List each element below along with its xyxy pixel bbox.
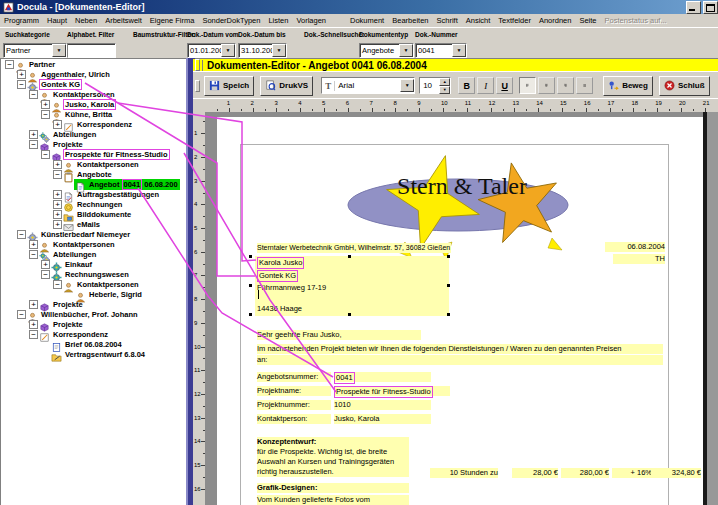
maximize-button[interactable] [703, 1, 718, 14]
alpha-filter-input[interactable] [68, 45, 115, 57]
item1-qty[interactable]: 10 Stunden zu [430, 468, 498, 478]
field-value-projektname[interactable]: Prospekte für Fitness-Studio [334, 386, 450, 396]
doctype-select[interactable]: Angebote ▼ [359, 43, 414, 58]
align-left-button[interactable] [519, 77, 536, 94]
collapse-icon[interactable]: − [29, 90, 38, 99]
expand-icon[interactable]: + [41, 100, 50, 109]
salutation[interactable]: Sehr geehrte Frau Jusko, [257, 330, 421, 340]
font-size-stepper[interactable]: 10 ▲▼ [419, 77, 451, 94]
date-from-select[interactable]: 01.01.2000 ▼ [187, 43, 236, 58]
bullet-list-button[interactable] [576, 77, 593, 94]
field-value-projektnummer[interactable]: 1010 [334, 400, 431, 410]
body-par-line2[interactable]: an: [257, 355, 663, 365]
field-label-kontaktperson[interactable]: Kontaktperson: [257, 414, 331, 424]
expand-icon[interactable]: + [53, 210, 62, 219]
item1-desc-line2[interactable]: Auswahl an Kursen und Trainingsgeräten [257, 457, 409, 467]
field-label-projektnummer[interactable]: Projektnummer: [257, 400, 331, 410]
selection-handle[interactable] [249, 313, 252, 316]
field-label-projektname[interactable]: Projektname: [257, 386, 331, 396]
chevron-down-icon[interactable]: ▼ [272, 44, 286, 57]
align-right-button[interactable] [557, 77, 574, 94]
menu-bearbeiten[interactable]: Bearbeiten [388, 16, 432, 25]
date-to-select[interactable]: 31.10.2004 ▼ [238, 43, 287, 58]
collapse-icon[interactable]: − [41, 110, 50, 119]
tree-item[interactable]: Heberle, Sigrid [1, 289, 187, 299]
tree-item[interactable]: +Projekte [1, 299, 187, 309]
selection-handle[interactable] [348, 255, 351, 258]
collapse-icon[interactable]: − [41, 150, 50, 159]
tree-item[interactable]: −Willenbücher, Prof. Johann [1, 309, 187, 319]
collapse-icon[interactable]: − [17, 310, 26, 319]
selection-handle[interactable] [447, 284, 450, 287]
addr-name[interactable]: Karola Jusko [257, 257, 304, 267]
print-preview-button[interactable]: DrukVS [260, 76, 313, 96]
menu-schrift[interactable]: Schrift [432, 16, 461, 25]
bold-button[interactable]: B [458, 77, 475, 94]
close-document-button[interactable]: Schluß [659, 76, 710, 96]
item2-title[interactable]: Grafik-Designen: [257, 483, 409, 493]
search-category-select[interactable]: Partner ▼ [3, 43, 67, 58]
selection-handle[interactable] [447, 255, 450, 258]
tree-item[interactable]: −Korrespondenz [1, 329, 187, 339]
initials-value[interactable]: TH [613, 254, 665, 264]
expand-icon[interactable]: + [41, 260, 50, 269]
item1-title[interactable]: Konzeptentwurf: [257, 437, 409, 447]
align-center-button[interactable] [538, 77, 555, 94]
font-family-select[interactable]: T Arial ▼ [321, 77, 415, 94]
expand-icon[interactable]: + [53, 220, 62, 229]
expand-icon[interactable]: + [53, 120, 62, 129]
menu-programm[interactable]: Programm [0, 16, 43, 25]
menu-seite[interactable]: Seite [575, 16, 600, 25]
item1-vat[interactable]: + 16% [612, 468, 652, 478]
expand-icon[interactable]: + [29, 320, 38, 329]
addr-street[interactable]: Führmannweg 17-19 [257, 283, 326, 293]
sender-line[interactable]: Sterntaler Werbetechnik GmbH, Wilhelmstr… [257, 243, 451, 253]
collapse-icon[interactable]: − [41, 270, 50, 279]
tree-item[interactable]: +Kontaktpersonen [1, 239, 187, 249]
menu-arbeitswelt[interactable]: Arbeitswelt [101, 16, 146, 25]
addr-company[interactable]: Gontek KG [257, 270, 298, 280]
item1-desc-line3[interactable]: richtig herauszustellen. [257, 467, 409, 477]
field-label-angebotsnummer[interactable]: Angebotsnummer: [257, 372, 331, 382]
move-button[interactable]: Beweg [603, 76, 653, 96]
tree-item[interactable]: +eMails [1, 219, 187, 229]
tree-item[interactable]: −Künstlerbedarf Niemeyer [1, 229, 187, 239]
save-button[interactable]: Speich [204, 76, 254, 96]
selection-handle[interactable] [447, 313, 450, 316]
expand-icon[interactable]: + [53, 190, 62, 199]
expand-icon[interactable]: + [29, 240, 38, 249]
collapse-icon[interactable]: − [17, 230, 26, 239]
chevron-down-icon[interactable]: ▼ [221, 44, 235, 57]
expand-icon[interactable]: + [53, 200, 62, 209]
menu-haupt[interactable]: Haupt [43, 16, 71, 25]
toolbar-grip[interactable] [195, 80, 200, 92]
menu-vorlagen[interactable]: Vorlagen [292, 16, 330, 25]
toolbar-grip[interactable] [195, 59, 200, 71]
underline-button[interactable]: U [496, 77, 513, 94]
tree-item[interactable]: −Gontek KG [1, 79, 187, 89]
addr-city[interactable]: 14436 Haage [257, 304, 302, 314]
tree-item[interactable]: −Kontaktpersonen [1, 89, 187, 99]
tree-item[interactable]: +Einkauf [1, 259, 187, 269]
expand-icon[interactable]: + [29, 130, 38, 139]
menu-textfelder[interactable]: Textfelder [494, 16, 535, 25]
collapse-icon[interactable]: − [29, 250, 38, 259]
tree-item[interactable]: −Kontaktpersonen [1, 279, 187, 289]
field-value-angebotsnummer[interactable]: 0041 [334, 372, 431, 382]
tree-item-content[interactable]: Vertragsentwurf 6.8.04 [50, 349, 147, 360]
expand-icon[interactable]: + [53, 160, 62, 169]
expand-icon[interactable]: + [17, 70, 26, 79]
item2-desc-line1[interactable]: Vom Kunden gelieferte Fotos vom [257, 495, 409, 505]
collapse-icon[interactable]: − [29, 330, 38, 339]
chevron-down-icon[interactable]: ▼ [400, 79, 414, 92]
menu-sonderdoktypen[interactable]: SonderDokTypen [198, 16, 264, 25]
chevron-down-icon[interactable]: ▼ [452, 44, 466, 57]
collapse-icon[interactable]: − [5, 60, 14, 69]
tree-item[interactable]: −Kühne, Britta [1, 109, 187, 119]
item1-net[interactable]: 280,00 € [561, 468, 609, 478]
tree-item[interactable]: −Projekte [1, 139, 187, 149]
tree-item[interactable]: +Jusko, Karola [1, 99, 187, 109]
chevron-down-icon[interactable]: ▼ [399, 44, 413, 57]
tree-item[interactable]: Brief 06.08.2004 [1, 339, 187, 349]
tree-item[interactable]: Angebot 0041 06.08.200 [1, 179, 187, 189]
